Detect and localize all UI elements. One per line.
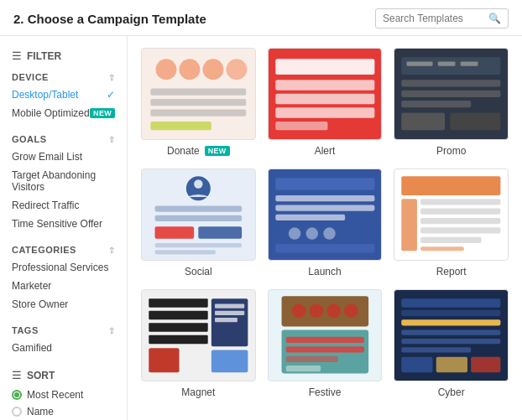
svg-rect-72 [402, 339, 501, 344]
svg-rect-8 [275, 60, 374, 75]
professional-label: Professional Services [12, 262, 108, 273]
svg-rect-33 [275, 205, 374, 211]
template-card-cyber[interactable]: Cyber [394, 289, 509, 398]
report-name: Report [436, 266, 467, 277]
template-thumb-donate [141, 48, 256, 140]
sidebar-item-target-abandoning[interactable]: Target Abandoning Visitors [0, 166, 127, 196]
svg-rect-44 [420, 228, 500, 234]
svg-rect-12 [275, 122, 327, 130]
template-thumb-social [141, 169, 256, 261]
sidebar-item-mobile-optimized[interactable]: Mobile Optimized NEW [0, 104, 127, 122]
launch-label-row: Launch [308, 266, 341, 277]
search-box[interactable]: 🔍 [375, 8, 509, 29]
svg-rect-70 [402, 319, 501, 325]
svg-point-58 [292, 304, 306, 319]
tags-section-header[interactable]: Tags ⇧ [0, 322, 127, 339]
svg-rect-9 [275, 80, 374, 90]
svg-rect-16 [461, 62, 478, 66]
sidebar-item-store-owner[interactable]: Store Owner [0, 295, 127, 314]
svg-rect-19 [402, 101, 472, 107]
template-card-report[interactable]: Report [394, 169, 509, 277]
svg-rect-51 [149, 349, 179, 373]
device-section-header[interactable]: Device ⇧ [0, 69, 127, 86]
svg-rect-17 [402, 80, 501, 86]
mobile-optimized-label: Mobile Optimized [12, 107, 90, 119]
sidebar-item-marketer[interactable]: Marketer [0, 277, 127, 295]
festive-label-row: Festive [309, 386, 342, 398]
svg-rect-15 [438, 62, 456, 66]
svg-rect-38 [275, 244, 374, 252]
svg-rect-27 [198, 226, 242, 239]
sidebar-section-device: Device ⇧ Desktop/Tablet ✓ Mobile Optimiz… [0, 69, 127, 122]
template-thumb-cyber [394, 289, 509, 381]
search-icon: 🔍 [488, 13, 501, 24]
donate-name: Donate [167, 145, 200, 157]
svg-rect-54 [215, 304, 244, 309]
svg-rect-50 [149, 335, 207, 344]
template-card-magnet[interactable]: Magnet [141, 289, 256, 398]
template-card-promo[interactable]: Promo [394, 48, 509, 157]
store-owner-label: Store Owner [12, 298, 68, 310]
search-input[interactable] [383, 13, 483, 24]
svg-point-61 [344, 304, 358, 319]
template-thumb-alert [268, 48, 383, 140]
svg-rect-32 [275, 195, 374, 201]
sort-most-recent[interactable]: Most Recent [0, 386, 127, 403]
svg-point-3 [226, 60, 247, 80]
promo-name: Promo [436, 145, 466, 157]
svg-point-2 [203, 60, 224, 80]
categories-section-header[interactable]: Categories ⇧ [0, 241, 127, 258]
svg-rect-46 [420, 246, 464, 251]
svg-rect-48 [149, 311, 207, 319]
svg-point-0 [156, 60, 177, 80]
main-content: ☰ FILTER Device ⇧ Desktop/Tablet ✓ Mobil… [0, 36, 522, 420]
name-label: Name [27, 406, 54, 417]
redirect-label: Redirect Traffic [12, 200, 79, 211]
sort-name[interactable]: Name [0, 403, 127, 420]
svg-rect-66 [285, 366, 320, 371]
svg-point-1 [180, 60, 201, 80]
svg-rect-34 [275, 215, 345, 220]
svg-rect-56 [215, 318, 238, 322]
template-card-social[interactable]: Social [141, 169, 256, 277]
desktop-tablet-label: Desktop/Tablet [12, 89, 78, 101]
launch-name: Launch [308, 266, 341, 277]
goals-section-header[interactable]: Goals ⇧ [0, 131, 127, 148]
svg-rect-49 [149, 323, 207, 331]
svg-rect-31 [275, 178, 374, 190]
svg-rect-24 [155, 206, 243, 212]
template-thumb-launch [268, 169, 383, 261]
svg-rect-73 [402, 348, 472, 353]
target-abandoning-label: Target Abandoning Visitors [12, 169, 115, 193]
template-card-festive[interactable]: Festive [268, 289, 383, 398]
template-thumb-report [394, 169, 509, 261]
sidebar-item-redirect[interactable]: Redirect Traffic [0, 196, 127, 215]
sidebar-item-time-sensitive[interactable]: Time Sensitive Offer [0, 215, 127, 233]
template-card-alert[interactable]: Alert [268, 48, 383, 157]
alert-name: Alert [315, 145, 336, 157]
svg-rect-28 [155, 243, 243, 247]
svg-point-60 [326, 304, 341, 319]
magnet-name: Magnet [181, 386, 215, 398]
svg-rect-74 [402, 357, 433, 373]
radio-name-icon [12, 407, 22, 417]
templates-area: Donate NEW [128, 36, 522, 420]
sidebar-item-gamified[interactable]: Gamified [0, 339, 127, 357]
report-label-row: Report [436, 266, 467, 277]
sidebar-item-desktop-tablet[interactable]: Desktop/Tablet ✓ [0, 86, 127, 104]
sidebar-item-grow-email[interactable]: Grow Email List [0, 148, 127, 166]
chevron-up-icon-goals: ⇧ [108, 135, 115, 144]
template-thumb-festive [268, 289, 383, 381]
svg-rect-68 [402, 298, 501, 307]
page-title: 2. Choose a Campaign Template [13, 12, 206, 26]
svg-rect-64 [285, 346, 363, 352]
svg-rect-63 [285, 337, 363, 343]
sidebar-item-professional[interactable]: Professional Services [0, 258, 127, 277]
page-header: 2. Choose a Campaign Template 🔍 [0, 0, 522, 36]
goals-section-title: Goals [12, 134, 47, 144]
svg-point-35 [288, 228, 300, 241]
sort-label: SORT [27, 370, 55, 381]
template-card-donate[interactable]: Donate NEW [141, 48, 256, 157]
template-card-launch[interactable]: Launch [268, 169, 383, 277]
sort-header: ☰ SORT [0, 366, 127, 386]
